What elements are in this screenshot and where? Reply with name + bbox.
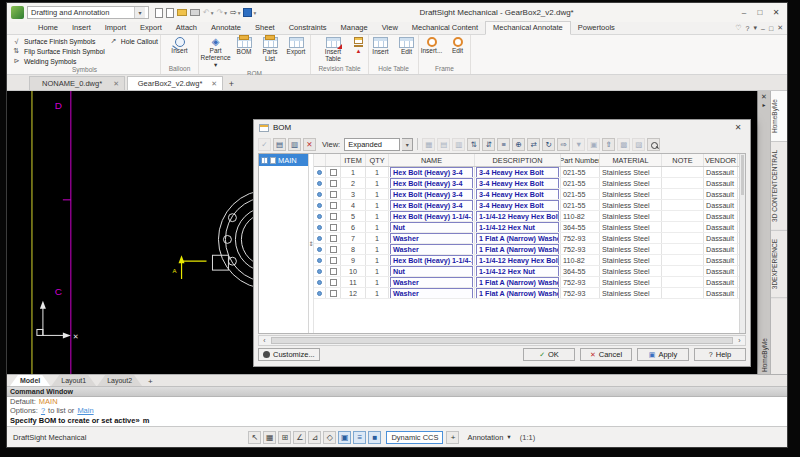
cell-name[interactable]: Hex Bolt (Heavy) 3-4 (389, 167, 475, 177)
table-row[interactable]: 4 1 Hex Bolt (Heavy) 3-4 3-4 Heavy Hex B… (314, 200, 745, 211)
cell-description[interactable]: 1 Flat A (Narrow) Washer (475, 288, 561, 298)
ribbon-tab[interactable]: Mechanical Content (405, 22, 485, 34)
cell-name[interactable]: Nut (389, 222, 475, 232)
cell-description[interactable]: 1-1/4-12 Hex Nut (475, 222, 561, 232)
cell-name[interactable]: Nut (389, 266, 475, 276)
link-parts-icon[interactable]: ⇄ (527, 138, 540, 151)
cell-name[interactable]: Hex Bolt (Heavy) 3-4 (389, 200, 475, 210)
close-icon[interactable]: ✕ (211, 80, 217, 88)
vertical-scrollbar[interactable] (739, 154, 745, 333)
bom-button[interactable]: BOM (233, 36, 255, 57)
customize-button[interactable]: Customize... (258, 348, 320, 361)
cell-name[interactable]: Hex Bolt (Heavy) 1-1/4-12 (389, 255, 475, 265)
column-header[interactable]: MATERIAL (600, 154, 662, 166)
scroll-left-icon[interactable]: ‹ (259, 337, 270, 344)
delete-row-icon[interactable]: ✕ (303, 138, 316, 151)
new-file-icon[interactable] (155, 8, 163, 18)
row-checkbox[interactable] (330, 169, 337, 176)
chevron-down-icon[interactable]: ▾ (134, 7, 145, 18)
side-panel-tab[interactable]: 3D CONTENTCENTRAL (771, 142, 787, 231)
cell-name[interactable]: Hex Bolt (Heavy) 3-4 (389, 178, 475, 188)
sort-ascending-icon[interactable]: ⇅ (467, 138, 480, 151)
close-doc-button[interactable]: ✕ (777, 24, 783, 32)
merge-rows-icon[interactable]: ▤ (437, 138, 450, 151)
table-settings-icon[interactable]: ▦ (422, 138, 435, 151)
cell-name[interactable]: Hex Bolt (Heavy) 3-4 (389, 189, 475, 199)
ribbon-tab[interactable]: Attach (169, 22, 204, 34)
options-main-link[interactable]: Main (77, 406, 93, 415)
row-checkbox[interactable] (330, 268, 337, 275)
revision-calendar-icon[interactable] (354, 37, 363, 44)
export-table-icon[interactable]: ⇨ (557, 138, 570, 151)
ribbon-tab[interactable]: Manage (334, 22, 375, 34)
pointer-icon[interactable]: ▸ (762, 101, 765, 109)
revision-triangle-icon[interactable]: ▲ (356, 48, 362, 54)
close-icon[interactable]: ✕ (731, 123, 745, 132)
chevron-down-icon[interactable]: ▾ (402, 138, 413, 151)
insert-revision-table-button[interactable]: Insert Table (316, 36, 350, 64)
parts-list-button[interactable]: Parts List (259, 36, 281, 64)
table-row[interactable]: 11 1 Washer 1 Flat A (Narrow) Washer 752… (314, 277, 745, 288)
entity-track-icon[interactable]: ▣ (338, 431, 351, 444)
split-rows-icon[interactable]: ▥ (452, 138, 465, 151)
workspace-selector[interactable]: Drafting and Annotation ▾ (27, 6, 149, 19)
freeze-columns-icon[interactable]: ▩ (617, 138, 630, 151)
print-area-icon[interactable]: ■ (368, 431, 381, 444)
scrollbar-thumb[interactable] (271, 337, 733, 344)
cell-description[interactable]: 3-4 Heavy Hex Bolt (475, 167, 561, 177)
table-row[interactable]: 9 1 Hex Bolt (Heavy) 1-1/4-12 1-1/4-12 H… (314, 255, 745, 266)
restore-doc-button[interactable]: □ (769, 25, 773, 32)
scroll-right-icon[interactable]: › (734, 337, 745, 344)
polar-tracking-icon[interactable]: ⊿ (308, 431, 321, 444)
cell-name[interactable]: Washer (389, 277, 475, 287)
row-checkbox[interactable] (330, 290, 337, 297)
column-header[interactable]: VENDOR (704, 154, 738, 166)
confirm-edit-icon[interactable]: ✓ (258, 138, 271, 151)
cell-description[interactable]: 1-1/4-12 Heavy Hex Bolt (475, 211, 561, 221)
ribbon-tab[interactable]: Mechanical Annotate (485, 21, 571, 35)
row-checkbox[interactable] (330, 246, 337, 253)
splitter-handle-icon[interactable]: ⇕ (308, 240, 313, 247)
side-panel-tab[interactable]: HomeByMe (771, 91, 787, 142)
cell-description[interactable]: 1 Flat A (Narrow) Washer (475, 277, 561, 287)
lineweight-icon[interactable]: ≡ (353, 431, 366, 444)
sheet-tab[interactable]: Model (10, 375, 50, 386)
print-icon[interactable] (190, 9, 200, 16)
table-row[interactable]: 2 1 Hex Bolt (Heavy) 3-4 3-4 Heavy Hex B… (314, 178, 745, 189)
bom-dialog-title-bar[interactable]: BOM ✕ (254, 120, 750, 135)
renumber-items-icon[interactable]: ≡ (497, 138, 510, 151)
command-prompt-line[interactable]: Specify BOM to create or set active» m (7, 415, 787, 426)
horizontal-scrollbar[interactable]: ‹ › (258, 335, 746, 346)
bom-tree-item-main[interactable]: MAIN (259, 154, 308, 166)
export-button[interactable]: Export (285, 36, 307, 57)
frame-edit-button[interactable]: Edit (447, 36, 469, 56)
welding-symbols-button[interactable]: ⊳ Welding Symbols (12, 57, 105, 65)
insert-row-icon[interactable]: ▤ (273, 138, 286, 151)
table-row[interactable]: 12 1 Washer 1 Flat A (Narrow) Washer 752… (314, 288, 745, 299)
column-header[interactable]: Part Number (561, 154, 600, 166)
flip-surface-finish-button[interactable]: ⇅ Flip Surface Finish Symbol (12, 47, 105, 55)
ribbon-tab[interactable]: Insert (65, 22, 98, 34)
options-list-link[interactable]: ? (41, 406, 45, 415)
restore-button[interactable]: □ (753, 8, 767, 17)
hole-table-insert-button[interactable]: Insert (370, 36, 392, 57)
chevron-down-icon[interactable]: ▾ (753, 24, 757, 32)
surface-finish-symbols-button[interactable]: √ Surface Finish Symbols (12, 37, 105, 45)
hole-callout-button[interactable]: ↗ Hole Callout (109, 37, 158, 45)
command-window-header[interactable]: Command Window (7, 387, 787, 397)
Cancel[interactable]: ✕ Cancel (580, 348, 632, 361)
table-row[interactable]: 8 1 Washer 1 Flat A (Narrow) Washer 752-… (314, 244, 745, 255)
cell-description[interactable]: 1 Flat A (Narrow) Washer (475, 244, 561, 254)
column-header[interactable]: NOTE (662, 154, 704, 166)
ortho-icon[interactable]: ∠ (293, 431, 306, 444)
ribbon-tab[interactable]: View (375, 22, 405, 34)
favorites-icon[interactable]: ♡ (735, 24, 741, 32)
drawing-area[interactable]: D C ✕ (7, 91, 787, 374)
table-row[interactable]: 10 1 Nut 1-1/4-12 Hex Nut 364-55 Stainle… (314, 266, 745, 277)
minimize-button[interactable]: – (737, 8, 751, 17)
row-checkbox[interactable] (330, 257, 337, 264)
table-row[interactable]: 6 1 Nut 1-1/4-12 Hex Nut 364-55 Stainles… (314, 222, 745, 233)
collapsed-palette-label[interactable]: HomeByMe (761, 338, 768, 372)
grid-icon[interactable]: ▦ (263, 431, 276, 444)
update-table-icon[interactable]: ↻ (542, 138, 555, 151)
